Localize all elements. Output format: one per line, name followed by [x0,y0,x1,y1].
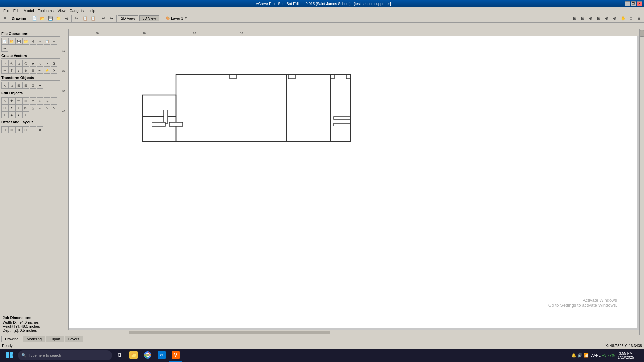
save-as-button[interactable]: 📁 [55,15,62,22]
redo-tool[interactable]: ↪ [1,45,8,52]
titlebar-controls[interactable]: — ❐ ✕ [625,1,642,6]
menu-gadgets[interactable]: Gadgets [67,8,86,13]
print-tool[interactable]: 🖨 [30,38,36,45]
move-tool[interactable]: □ [8,82,15,89]
subtract-tool[interactable]: ⊟ [1,104,8,111]
zoom-out-button[interactable]: ⊖ [611,15,619,22]
outlook-button[interactable]: ✉ [155,349,168,362]
search-bar[interactable]: 🔍 Type here to search [18,350,112,360]
node-edit-tool[interactable]: ↖ [1,97,8,104]
drawing-area[interactable]: 20 40 60 80 10 20 30 40 [62,29,644,335]
edit-contour-tool[interactable]: ▸ [15,111,22,118]
save-doc-tool[interactable]: 💾 [15,38,22,45]
layout-tool[interactable]: ⊟ [22,126,29,133]
new-doc-tool[interactable]: 📄 [1,38,8,45]
file-explorer-button[interactable]: 📁 [127,349,140,362]
start-button[interactable] [1,349,17,362]
menu-view[interactable]: View [56,8,68,13]
tab-modeling[interactable]: Modeling [23,336,45,342]
text-3d-tool[interactable]: ⊕ [22,67,29,74]
close-button[interactable]: ✕ [637,1,642,6]
menu-file[interactable]: File [1,8,11,13]
close-vector-tool[interactable]: ◎ [44,97,50,104]
zoom-fit-button[interactable]: ⊞ [595,15,602,22]
tab-clipart[interactable]: Clipart [46,336,64,342]
select-tool[interactable]: ↖ [1,82,8,89]
trim-tool[interactable]: ▷ [22,104,29,111]
zoom-in-button[interactable]: ⊕ [603,15,610,22]
undo-tool[interactable]: ↩ [51,38,57,45]
ungroup-tool[interactable]: ✂ [30,97,36,104]
scale-tool[interactable]: ⊞ [15,82,22,89]
polygon-tool[interactable]: ⬡ [22,60,29,67]
vcarve-button[interactable]: V [169,349,182,362]
maximize-button[interactable]: ❐ [631,1,636,6]
paste-button[interactable]: 📋 [89,15,97,22]
dogbone-tool[interactable]: ▽ [37,104,43,111]
spiral-tool[interactable]: S [51,60,57,67]
freehand-tool[interactable]: ∿ [37,60,43,67]
extend-tool[interactable]: ⟲ [51,104,57,111]
undo-button[interactable]: ↩ [100,15,107,22]
grid-button[interactable]: ⊟ [579,15,586,22]
drag-knife-tool[interactable]: ▹ [22,111,29,118]
weld-tool[interactable]: ⊡ [51,97,57,104]
convert-curves-tool[interactable]: ∿ [44,104,50,111]
save-file-button[interactable]: 💾 [47,15,54,22]
align-tool[interactable]: ✦ [37,82,43,89]
group-tool[interactable]: ⊞ [22,97,29,104]
round-corner-tool[interactable]: ○ [1,111,8,118]
edit-tangent-tool[interactable]: ◁ [15,104,22,111]
snap-button[interactable]: ⊕ [587,15,594,22]
task-view-button[interactable]: ⧉ [113,349,126,362]
menu-help[interactable]: Help [86,8,97,13]
view-sel-button[interactable]: ⊞ [635,15,643,22]
abc-tool[interactable]: ABC [37,67,43,74]
menu-model[interactable]: Model [22,8,36,13]
menu-edit[interactable]: Edit [11,8,22,13]
wave-tool[interactable]: ∞ [1,67,8,74]
new-file-button[interactable]: 📄 [31,15,38,22]
rectangle-tool[interactable]: □ [15,60,22,67]
print-button[interactable]: 🖨 [63,15,70,22]
copy-button[interactable]: 📋 [81,15,89,22]
join-tool[interactable]: ⊕ [37,97,43,104]
array-tool[interactable]: ⊕ [15,126,22,133]
snap-grid-button[interactable]: ⊞ [571,15,578,22]
rotate-tool[interactable]: ⊟ [22,82,29,89]
arc-tool[interactable]: ⟳ [51,67,57,74]
redo-button[interactable]: ↪ [108,15,115,22]
smooth-tool[interactable]: ✚ [8,97,15,104]
panel-toggle-button[interactable]: ≡ [1,15,9,22]
horizontal-scrollbar[interactable] [62,330,639,335]
open-file-button[interactable]: 📂 [39,15,46,22]
line-tool[interactable]: ⚡ [44,67,50,74]
chrome-button[interactable] [141,349,154,362]
offset-tool[interactable]: □ [1,126,8,133]
tab-3d-view[interactable]: 3D View [139,15,159,21]
clock-display[interactable]: 3:55 PM 1/28/2025 [618,351,634,359]
saveas-doc-tool[interactable]: 📁 [22,38,29,45]
edit-node-tool[interactable]: ✏ [15,97,22,104]
text-path-tool[interactable]: T [15,67,22,74]
circle-tool[interactable]: ○ [1,60,8,67]
view-all-button[interactable]: □ [627,15,635,22]
minimize-button[interactable]: — [625,1,630,6]
intersect-tool[interactable]: ✦ [8,104,15,111]
show-desktop-button[interactable] [638,350,640,360]
dimension-tool[interactable]: ⊞ [30,67,36,74]
bezier-tool[interactable]: ~ [44,60,50,67]
nesting-tool[interactable]: ⊞ [8,126,15,133]
vertical-scrollbar[interactable] [639,29,644,330]
circular-copy-tool[interactable]: ⊠ [37,126,43,133]
copy-tool[interactable]: 📋 [44,38,50,45]
layer-selector[interactable]: 🎨 Layer 1 ▼ [164,16,189,21]
text-tool[interactable]: T [8,67,15,74]
grid-copy-tool[interactable]: ⊞ [30,126,36,133]
menu-toolpaths[interactable]: Toolpaths [36,8,56,13]
star-tool[interactable]: ★ [30,60,36,67]
cut-button[interactable]: ✂ [73,15,80,22]
pan-button[interactable]: ✋ [619,15,627,22]
chamfer-tool[interactable]: ◈ [8,111,15,118]
open-doc-tool[interactable]: 📂 [8,38,15,45]
